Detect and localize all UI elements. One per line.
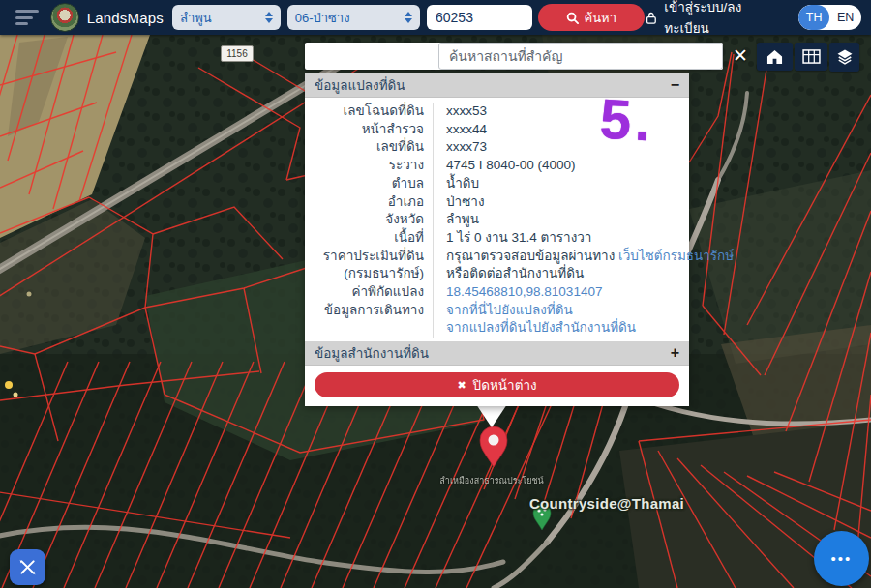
poi-label[interactable]: Countryside@Thamai — [515, 495, 699, 512]
home-button[interactable] — [757, 43, 793, 71]
search-button-label: ค้นหา — [585, 8, 616, 28]
lock-icon — [645, 11, 658, 25]
office-select-value: 06-ป่าซาง — [295, 8, 397, 28]
layers-button[interactable] — [829, 43, 859, 72]
chat-dots: ••• — [831, 550, 853, 567]
layers-icon — [835, 47, 855, 67]
panel-footer: ✖ ปิดหน้าต่าง — [305, 366, 689, 406]
info-row: ค่าพิกัดแปลง18.45468810,98.81031407 — [305, 283, 689, 302]
map-search-strip — [305, 43, 723, 70]
grid-icon — [802, 49, 821, 64]
office-select[interactable]: 06-ป่าซาง — [287, 5, 420, 30]
language-toggle: TH EN — [798, 5, 861, 30]
province-select-value: ลำพูน — [180, 8, 257, 28]
chevron-updown-icon — [265, 12, 273, 23]
close-window-label: ปิดหน้าต่าง — [473, 374, 537, 396]
menu-icon[interactable] — [15, 10, 39, 25]
pencil-ruler-icon — [17, 557, 38, 577]
chevron-updown-icon — [405, 12, 412, 23]
lang-en-button[interactable]: EN — [829, 5, 861, 30]
road-name-label: ลำเหมืองสาธารณประโยชน์ — [424, 474, 559, 487]
info-row: เนื้อที่1 ไร่ 0 งาน 31.4 ตารางวา — [305, 229, 689, 248]
info-row: ระวาง4745 I 8040-00 (4000) — [305, 157, 689, 175]
close-window-button[interactable]: ✖ ปิดหน้าต่าง — [315, 372, 679, 397]
lang-th-button[interactable]: TH — [798, 5, 830, 30]
search-button[interactable]: ค้นหา — [538, 4, 644, 31]
parcel-number-input[interactable] — [427, 5, 532, 30]
province-select[interactable]: ลำพูน — [172, 5, 281, 30]
route-number-badge: 1156 — [221, 45, 254, 62]
info-row: ข้อมูลการเดินทางจากที่นี่ไปยังแปลงที่ดิน — [305, 302, 689, 320]
close-search-icon[interactable]: ✕ — [728, 44, 753, 69]
land-office-header[interactable]: ข้อมูลสำนักงานที่ดิน + — [305, 341, 689, 366]
login-register-link[interactable]: เข้าสู่ระบบ/ลงทะเบียน — [645, 0, 785, 39]
info-row: (กรมธนารักษ์)หรือติดต่อสำนักงานที่ดิน — [305, 265, 689, 283]
info-row: อำเภอป่าซาง — [305, 193, 689, 212]
app-title: LandsMaps — [87, 10, 164, 26]
measure-tools-button[interactable] — [10, 549, 45, 585]
close-icon: ✖ — [457, 379, 466, 392]
grid-view-button[interactable] — [795, 43, 827, 71]
info-row: จากแปลงที่ดินไปยังสำนักงานที่ดิน — [305, 319, 689, 338]
place-search-input[interactable] — [438, 43, 723, 70]
info-row: ราคาประเมินที่ดินกรุณาตรวจสอบข้อมูลผ่านท… — [305, 248, 689, 266]
dol-logo — [50, 3, 79, 32]
info-row: จังหวัดลำพูน — [305, 211, 689, 229]
expand-icon[interactable]: + — [671, 345, 679, 361]
home-icon — [766, 48, 784, 65]
login-register-label: เข้าสู่ระบบ/ลงทะเบียน — [664, 0, 785, 39]
land-office-title: ข้อมูลสำนักงานที่ดิน — [315, 342, 429, 364]
handwritten-annotation: 5. — [598, 86, 656, 154]
info-row: ตำบลน้ำดิบ — [305, 175, 689, 193]
search-icon — [566, 12, 579, 24]
parcel-info-title: ข้อมูลแปลงที่ดิน — [315, 74, 405, 96]
collapse-icon[interactable]: − — [671, 77, 679, 93]
topbar: LandsMaps ลำพูน 06-ป่าซาง ค้นหา เข้าสู่ร… — [0, 0, 871, 35]
chat-button[interactable]: ••• — [814, 531, 869, 586]
